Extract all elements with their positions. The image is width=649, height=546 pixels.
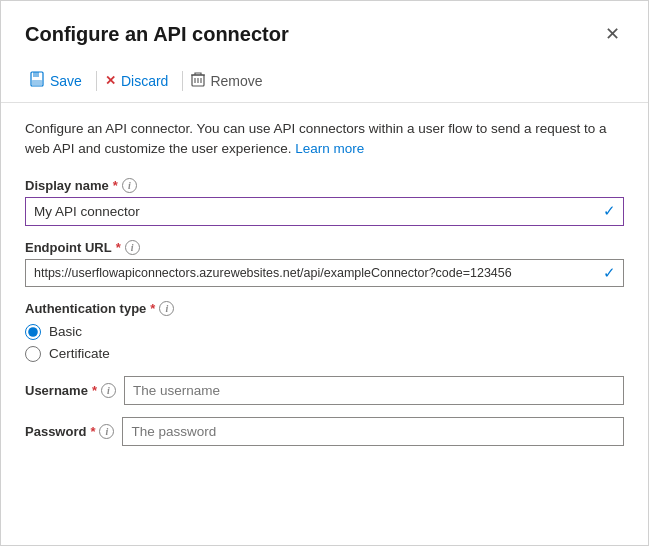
svg-rect-1 [33, 72, 39, 77]
auth-type-basic-option[interactable]: Basic [25, 324, 624, 340]
endpoint-url-input-wrapper: ✓ [25, 259, 624, 287]
svg-rect-2 [32, 80, 42, 85]
modal-title: Configure an API connector [25, 23, 289, 46]
modal-header: Configure an API connector ✕ [1, 1, 648, 61]
username-label: Username * i [25, 383, 116, 398]
auth-type-basic-label: Basic [49, 324, 82, 339]
toolbar-separator-1 [96, 71, 97, 91]
username-info-icon: i [101, 383, 116, 398]
username-required: * [92, 383, 97, 398]
password-label-text: Password [25, 424, 86, 439]
toolbar: Save ✕ Discard Remove [1, 61, 648, 103]
auth-type-info-icon: i [159, 301, 174, 316]
endpoint-url-label-text: Endpoint URL [25, 240, 112, 255]
display-name-required: * [113, 178, 118, 193]
auth-type-basic-radio[interactable] [25, 324, 41, 340]
save-label: Save [50, 73, 82, 89]
modal-body: Configure an API connector. You can use … [1, 103, 648, 482]
display-name-field-group: Display name * i ✓ [25, 178, 624, 226]
discard-icon: ✕ [105, 73, 116, 88]
display-name-info-icon: i [122, 178, 137, 193]
username-label-text: Username [25, 383, 88, 398]
display-name-input[interactable] [25, 197, 624, 226]
auth-type-radio-group: Basic Certificate [25, 324, 624, 362]
close-icon: ✕ [605, 24, 620, 44]
auth-type-label: Authentication type * i [25, 301, 624, 316]
modal-container: Configure an API connector ✕ Save ✕ Disc… [0, 0, 649, 546]
auth-type-certificate-radio[interactable] [25, 346, 41, 362]
auth-type-certificate-label: Certificate [49, 346, 110, 361]
username-input[interactable] [124, 376, 624, 405]
save-button[interactable]: Save [25, 67, 92, 94]
auth-type-field-group: Authentication type * i Basic Certificat… [25, 301, 624, 362]
display-name-check-icon: ✓ [603, 202, 616, 220]
password-label: Password * i [25, 424, 114, 439]
remove-icon [191, 71, 205, 90]
remove-label: Remove [210, 73, 262, 89]
endpoint-url-field-group: Endpoint URL * i ✓ [25, 240, 624, 287]
auth-type-required: * [150, 301, 155, 316]
display-name-label-text: Display name [25, 178, 109, 193]
username-row: Username * i [25, 376, 624, 405]
save-icon [29, 71, 45, 90]
close-button[interactable]: ✕ [601, 19, 624, 49]
endpoint-url-required: * [116, 240, 121, 255]
remove-button[interactable]: Remove [187, 67, 272, 94]
password-info-icon: i [99, 424, 114, 439]
auth-type-label-text: Authentication type [25, 301, 146, 316]
password-required: * [90, 424, 95, 439]
display-name-label: Display name * i [25, 178, 624, 193]
description-text: Configure an API connector. You can use … [25, 119, 624, 160]
password-input[interactable] [122, 417, 624, 446]
endpoint-url-input[interactable] [25, 259, 624, 287]
endpoint-url-check-icon: ✓ [603, 264, 616, 282]
learn-more-link[interactable]: Learn more [295, 141, 364, 156]
auth-type-certificate-option[interactable]: Certificate [25, 346, 624, 362]
discard-button[interactable]: ✕ Discard [101, 69, 178, 93]
toolbar-separator-2 [182, 71, 183, 91]
endpoint-url-info-icon: i [125, 240, 140, 255]
display-name-input-wrapper: ✓ [25, 197, 624, 226]
endpoint-url-label: Endpoint URL * i [25, 240, 624, 255]
password-row: Password * i [25, 417, 624, 446]
discard-label: Discard [121, 73, 168, 89]
